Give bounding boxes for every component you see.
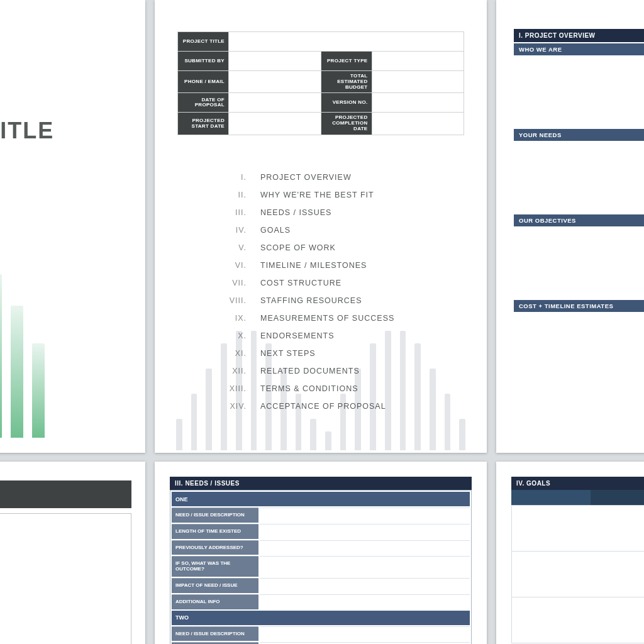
subsection-cost: COST + TIMELINE ESTIMATES xyxy=(514,300,644,312)
overview-page: I. PROJECT OVERVIEW WHO WE ARE YOUR NEED… xyxy=(496,0,644,453)
subsection-needs: YOUR NEEDS xyxy=(514,129,644,141)
section-title: IV. GOALS xyxy=(511,477,644,490)
project-meta-table: PROJECT TITLESUBMITTED BYPROJECT TYPEPHO… xyxy=(177,31,464,135)
toc-page: PROJECT TITLESUBMITTED BYPROJECT TYPEPHO… xyxy=(155,0,487,453)
needs-table: ONENEED / ISSUE DESCRIPTIONLENGTH OF TIM… xyxy=(170,490,472,644)
section-title: I. PROJECT OVERVIEW xyxy=(514,29,644,42)
bestfit-titlebar xyxy=(0,480,131,508)
bestfit-panel xyxy=(0,513,131,644)
proposal-title: PROPOSAL TITLE xyxy=(0,118,128,144)
cover-bars-decor xyxy=(0,252,145,453)
goals-rows xyxy=(511,505,644,643)
subsection-who: WHO WE ARE xyxy=(514,43,644,55)
goals-page: IV. GOALS GOAL DESCRIPTION xyxy=(496,462,644,644)
toc-bars-decor xyxy=(155,333,487,453)
prepared-for-label: PREPARED FOR xyxy=(0,219,128,237)
template-label: TEMPLATE xyxy=(0,16,128,36)
section-title: III. NEEDS / ISSUES xyxy=(170,477,472,490)
goals-header: GOAL DESCRIPTION xyxy=(511,490,644,505)
goals-col-label: GOAL DESCRIPTION xyxy=(591,490,644,505)
subsection-objectives: OUR OBJECTIVES xyxy=(514,214,644,226)
cover-page: TEMPLATE PROPOSAL TITLE PREPARED FOR Cli… xyxy=(0,0,145,453)
needs-page: III. NEEDS / ISSUES ONENEED / ISSUE DESC… xyxy=(155,462,487,644)
bestfit-page xyxy=(0,462,145,644)
